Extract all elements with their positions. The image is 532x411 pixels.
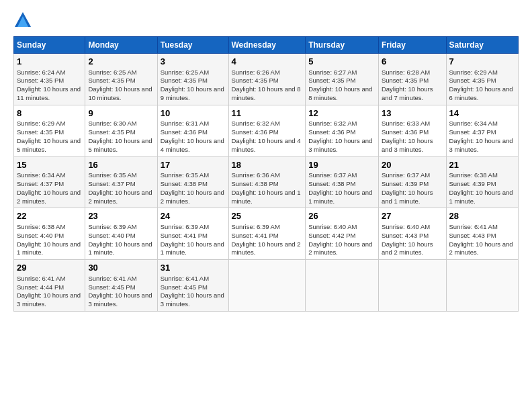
sunrise-text: Sunrise: 6:32 AM bbox=[308, 120, 375, 128]
week-row-5: 29Sunrise: 6:41 AMSunset: 4:44 PMDayligh… bbox=[14, 260, 519, 312]
col-header-monday: Monday bbox=[85, 37, 157, 54]
daylight-text: Daylight: 10 hours and 1 minute. bbox=[88, 240, 154, 258]
day-number: 12 bbox=[308, 107, 375, 120]
sunrise-text: Sunrise: 6:29 AM bbox=[449, 68, 516, 77]
daylight-text: Daylight: 10 hours and 8 minutes. bbox=[308, 85, 375, 103]
sunset-text: Sunset: 4:35 PM bbox=[308, 77, 375, 85]
sunrise-text: Sunrise: 6:41 AM bbox=[17, 275, 82, 283]
daylight-text: Daylight: 10 hours and 5 minutes. bbox=[17, 137, 82, 154]
sunset-text: Sunset: 4:43 PM bbox=[382, 232, 443, 240]
daylight-text: Daylight: 10 hours and 3 minutes. bbox=[382, 137, 443, 154]
calendar-cell: 31Sunrise: 6:41 AMSunset: 4:45 PMDayligh… bbox=[157, 260, 228, 312]
calendar-cell: 15Sunrise: 6:34 AMSunset: 4:37 PMDayligh… bbox=[14, 156, 85, 208]
day-number: 6 bbox=[382, 56, 443, 68]
sunset-text: Sunset: 4:39 PM bbox=[449, 180, 516, 189]
day-number: 23 bbox=[88, 210, 154, 222]
calendar-cell: 1Sunrise: 6:24 AMSunset: 4:35 PMDaylight… bbox=[14, 54, 85, 105]
sunset-text: Sunset: 4:37 PM bbox=[17, 180, 82, 189]
daylight-text: Daylight: 10 hours and 2 minutes. bbox=[382, 240, 443, 258]
sunset-text: Sunset: 4:40 PM bbox=[88, 232, 154, 240]
sunrise-text: Sunrise: 6:34 AM bbox=[17, 171, 82, 180]
day-number: 29 bbox=[17, 262, 82, 274]
daylight-text: Daylight: 10 hours and 3 minutes. bbox=[88, 291, 154, 309]
sunset-text: Sunset: 4:35 PM bbox=[232, 77, 303, 85]
sunset-text: Sunset: 4:36 PM bbox=[308, 128, 375, 137]
sunrise-text: Sunrise: 6:29 AM bbox=[17, 120, 82, 128]
calendar-cell: 3Sunrise: 6:25 AMSunset: 4:35 PMDaylight… bbox=[157, 54, 228, 105]
daylight-text: Daylight: 10 hours and 1 minute. bbox=[382, 189, 443, 206]
col-header-sunday: Sunday bbox=[14, 37, 85, 54]
day-number: 16 bbox=[88, 159, 154, 171]
logo-icon bbox=[13, 11, 32, 30]
sunrise-text: Sunrise: 6:41 AM bbox=[161, 275, 226, 283]
day-number: 1 bbox=[17, 56, 82, 68]
sunset-text: Sunset: 4:42 PM bbox=[308, 232, 375, 240]
sunrise-text: Sunrise: 6:25 AM bbox=[161, 68, 226, 77]
day-number: 13 bbox=[382, 107, 443, 120]
sunset-text: Sunset: 4:43 PM bbox=[449, 232, 516, 240]
sunset-text: Sunset: 4:36 PM bbox=[161, 128, 226, 137]
sunrise-text: Sunrise: 6:41 AM bbox=[88, 275, 154, 283]
sunset-text: Sunset: 4:44 PM bbox=[17, 283, 82, 292]
calendar-cell: 28Sunrise: 6:41 AMSunset: 4:43 PMDayligh… bbox=[446, 208, 519, 260]
daylight-text: Daylight: 10 hours and 5 minutes. bbox=[88, 137, 154, 154]
sunrise-text: Sunrise: 6:38 AM bbox=[17, 223, 82, 232]
calendar-cell: 16Sunrise: 6:35 AMSunset: 4:37 PMDayligh… bbox=[85, 156, 157, 208]
header bbox=[13, 11, 519, 30]
sunrise-text: Sunrise: 6:36 AM bbox=[232, 171, 303, 180]
calendar-cell: 13Sunrise: 6:33 AMSunset: 4:36 PMDayligh… bbox=[378, 105, 446, 156]
sunrise-text: Sunrise: 6:38 AM bbox=[449, 171, 516, 180]
calendar-cell: 20Sunrise: 6:37 AMSunset: 4:39 PMDayligh… bbox=[378, 156, 446, 208]
calendar-cell: 8Sunrise: 6:29 AMSunset: 4:35 PMDaylight… bbox=[14, 105, 85, 156]
day-number: 9 bbox=[88, 107, 154, 120]
week-row-3: 15Sunrise: 6:34 AMSunset: 4:37 PMDayligh… bbox=[14, 156, 519, 208]
day-number: 27 bbox=[382, 210, 443, 222]
daylight-text: Daylight: 10 hours and 3 minutes. bbox=[449, 137, 516, 154]
sunrise-text: Sunrise: 6:33 AM bbox=[382, 120, 443, 128]
sunrise-text: Sunrise: 6:24 AM bbox=[17, 68, 82, 77]
sunrise-text: Sunrise: 6:26 AM bbox=[232, 68, 303, 77]
logo bbox=[13, 11, 35, 30]
sunrise-text: Sunrise: 6:35 AM bbox=[161, 171, 226, 180]
day-number: 19 bbox=[308, 159, 375, 171]
calendar-cell: 26Sunrise: 6:40 AMSunset: 4:42 PMDayligh… bbox=[306, 208, 379, 260]
calendar-cell: 22Sunrise: 6:38 AMSunset: 4:40 PMDayligh… bbox=[14, 208, 85, 260]
daylight-text: Daylight: 10 hours and 2 minutes. bbox=[449, 240, 516, 258]
day-number: 3 bbox=[161, 56, 226, 68]
calendar-table: SundayMondayTuesdayWednesdayThursdayFrid… bbox=[13, 36, 519, 312]
header-row: SundayMondayTuesdayWednesdayThursdayFrid… bbox=[14, 37, 519, 54]
sunrise-text: Sunrise: 6:25 AM bbox=[88, 68, 154, 77]
calendar-cell: 10Sunrise: 6:31 AMSunset: 4:36 PMDayligh… bbox=[157, 105, 228, 156]
col-header-saturday: Saturday bbox=[446, 37, 519, 54]
calendar-cell: 23Sunrise: 6:39 AMSunset: 4:40 PMDayligh… bbox=[85, 208, 157, 260]
daylight-text: Daylight: 10 hours and 11 minutes. bbox=[17, 85, 82, 103]
calendar-cell: 14Sunrise: 6:34 AMSunset: 4:37 PMDayligh… bbox=[446, 105, 519, 156]
daylight-text: Daylight: 10 hours and 2 minutes. bbox=[308, 240, 375, 258]
calendar-cell bbox=[306, 260, 379, 312]
day-number: 7 bbox=[449, 56, 516, 68]
sunrise-text: Sunrise: 6:39 AM bbox=[88, 223, 154, 232]
sunrise-text: Sunrise: 6:31 AM bbox=[161, 120, 226, 128]
sunset-text: Sunset: 4:35 PM bbox=[17, 128, 82, 137]
col-header-tuesday: Tuesday bbox=[157, 37, 228, 54]
day-number: 2 bbox=[88, 56, 154, 68]
day-number: 18 bbox=[232, 159, 303, 171]
day-number: 26 bbox=[308, 210, 375, 222]
calendar-cell: 25Sunrise: 6:39 AMSunset: 4:41 PMDayligh… bbox=[228, 208, 306, 260]
calendar-cell: 4Sunrise: 6:26 AMSunset: 4:35 PMDaylight… bbox=[228, 54, 306, 105]
sunrise-text: Sunrise: 6:41 AM bbox=[449, 223, 516, 232]
page: SundayMondayTuesdayWednesdayThursdayFrid… bbox=[0, 0, 532, 411]
week-row-2: 8Sunrise: 6:29 AMSunset: 4:35 PMDaylight… bbox=[14, 105, 519, 156]
sunrise-text: Sunrise: 6:39 AM bbox=[232, 223, 303, 232]
day-number: 30 bbox=[88, 262, 154, 274]
day-number: 11 bbox=[232, 107, 303, 120]
day-number: 24 bbox=[161, 210, 226, 222]
daylight-text: Daylight: 10 hours and 6 minutes. bbox=[449, 85, 516, 103]
sunrise-text: Sunrise: 6:30 AM bbox=[88, 120, 154, 128]
day-number: 25 bbox=[232, 210, 303, 222]
daylight-text: Daylight: 10 hours and 2 minutes. bbox=[88, 189, 154, 206]
daylight-text: Daylight: 10 hours and 7 minutes. bbox=[382, 85, 443, 103]
sunset-text: Sunset: 4:35 PM bbox=[88, 128, 154, 137]
calendar-cell: 9Sunrise: 6:30 AMSunset: 4:35 PMDaylight… bbox=[85, 105, 157, 156]
sunset-text: Sunset: 4:39 PM bbox=[382, 180, 443, 189]
